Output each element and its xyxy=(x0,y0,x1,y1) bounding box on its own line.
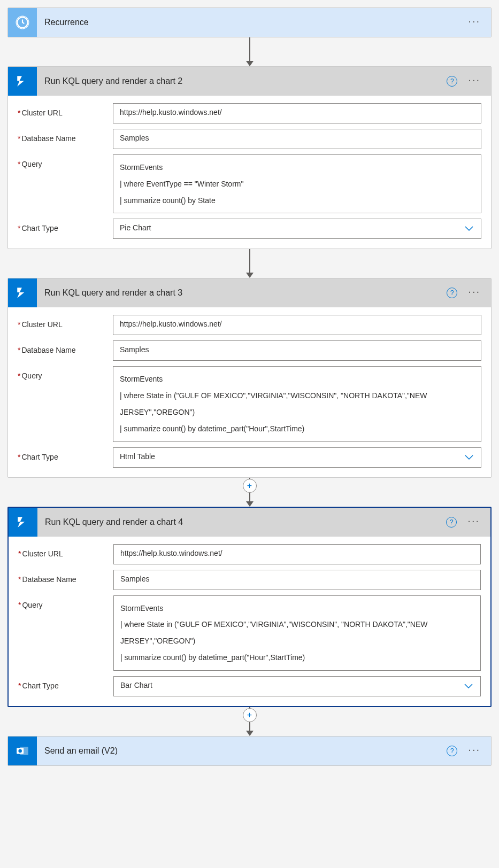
query-label: *Query xyxy=(18,154,113,168)
more-button[interactable]: ··· xyxy=(468,286,480,300)
step-recurrence[interactable]: Recurrence ··· xyxy=(7,7,492,37)
help-icon[interactable]: ? xyxy=(447,746,457,756)
add-step-button[interactable]: + xyxy=(243,479,257,493)
step-title: Recurrence xyxy=(44,18,468,27)
query-input[interactable]: StormEvents | where State in ("GULF OF M… xyxy=(113,595,481,671)
query-input[interactable]: StormEvents | where EventType == "Winter… xyxy=(113,154,481,213)
step-header[interactable]: Run KQL query and render a chart 4 ? ··· xyxy=(9,508,490,537)
step-header[interactable]: Run KQL query and render a chart 2 ? ··· xyxy=(8,67,491,96)
chevron-down-icon xyxy=(464,682,473,691)
connector-arrow: + xyxy=(246,707,254,736)
step-kql-4: Run KQL query and render a chart 4 ? ···… xyxy=(7,507,492,707)
more-button[interactable]: ··· xyxy=(468,74,480,88)
svg-point-4 xyxy=(18,749,22,753)
database-name-label: *Database Name xyxy=(18,570,113,584)
connector-arrow xyxy=(246,249,254,278)
chevron-down-icon xyxy=(465,453,473,462)
chart-type-label: *Chart Type xyxy=(18,219,113,232)
step-title: Run KQL query and render a chart 2 xyxy=(44,76,447,86)
step-kql-3: Run KQL query and render a chart 3 ? ···… xyxy=(7,278,492,477)
database-name-input[interactable]: Samples xyxy=(113,129,481,149)
help-icon[interactable]: ? xyxy=(447,288,457,298)
connector-arrow: + xyxy=(246,478,254,507)
kusto-icon xyxy=(8,67,37,96)
connector-arrow xyxy=(246,37,254,66)
step-send-email[interactable]: Send an email (V2) ? ··· xyxy=(7,736,492,766)
cluster-url-input[interactable]: https://help.kusto.windows.net/ xyxy=(113,544,481,564)
step-title: Send an email (V2) xyxy=(44,746,447,756)
more-button[interactable]: ··· xyxy=(468,744,480,758)
chart-type-label: *Chart Type xyxy=(18,676,113,690)
chart-type-select[interactable]: Html Table xyxy=(113,447,481,468)
query-input[interactable]: StormEvents | where State in ("GULF OF M… xyxy=(113,366,481,441)
database-name-input[interactable]: Samples xyxy=(113,340,481,361)
add-step-button[interactable]: + xyxy=(243,708,257,722)
step-title: Run KQL query and render a chart 4 xyxy=(45,517,446,527)
cluster-url-label: *Cluster URL xyxy=(18,544,113,558)
database-name-input[interactable]: Samples xyxy=(113,570,481,590)
cluster-url-label: *Cluster URL xyxy=(18,315,113,329)
help-icon[interactable]: ? xyxy=(447,76,457,87)
cluster-url-input[interactable]: https://help.kusto.windows.net/ xyxy=(113,315,481,335)
cluster-url-input[interactable]: https://help.kusto.windows.net/ xyxy=(113,103,481,123)
chart-type-select[interactable]: Bar Chart xyxy=(113,676,481,696)
step-header[interactable]: Run KQL query and render a chart 3 ? ··· xyxy=(8,278,491,307)
chevron-down-icon xyxy=(465,224,473,233)
help-icon[interactable]: ? xyxy=(446,517,457,528)
clock-icon xyxy=(8,8,37,37)
database-name-label: *Database Name xyxy=(18,340,113,354)
kusto-icon xyxy=(9,508,37,537)
more-button[interactable]: ··· xyxy=(468,15,480,29)
step-title: Run KQL query and render a chart 3 xyxy=(44,288,447,298)
kusto-icon xyxy=(8,278,37,307)
outlook-icon xyxy=(8,737,37,765)
cluster-url-label: *Cluster URL xyxy=(18,103,113,117)
query-label: *Query xyxy=(18,595,113,609)
step-kql-2: Run KQL query and render a chart 2 ? ···… xyxy=(7,66,492,249)
database-name-label: *Database Name xyxy=(18,129,113,143)
query-label: *Query xyxy=(18,366,113,380)
chart-type-label: *Chart Type xyxy=(18,447,113,461)
more-button[interactable]: ··· xyxy=(467,515,480,529)
chart-type-select[interactable]: Pie Chart xyxy=(113,219,481,239)
